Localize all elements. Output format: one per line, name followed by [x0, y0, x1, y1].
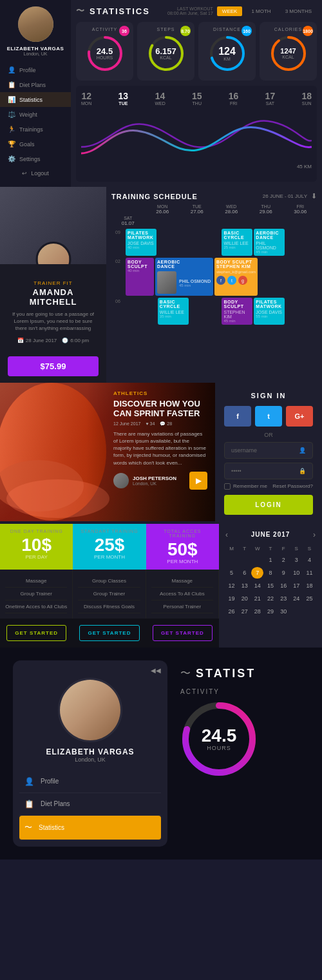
sidebar-item-weight[interactable]: ⚖️ Weight: [0, 107, 71, 122]
sidebar-item-diet[interactable]: 📋 Diet Plans: [0, 77, 71, 92]
plan-btn-row: GET STARTED GET STARTED GET STARTED: [0, 619, 219, 648]
article-next-button[interactable]: ▶: [189, 472, 207, 490]
mobile-preview-section: ◀◀ ELIZABETH VARGAS London, UK 👤 Profile…: [0, 648, 322, 860]
calendar-week-1: 1 2 3 4: [225, 554, 316, 566]
signin-title: SIGN IN: [224, 392, 313, 399]
twitter-signin-button[interactable]: t: [255, 406, 282, 427]
phone-menu-profile[interactable]: 👤 Profile: [19, 771, 161, 793]
activity-preview: ACTIVITY 24.5 HOURS: [180, 688, 309, 778]
class-aerobic-2[interactable]: AEROBICDANCE PHIL OSMOND 45 min: [155, 258, 213, 296]
phone-menu-stats[interactable]: 〜 Statistics: [19, 816, 161, 840]
chart-date-1: 13 TUE: [118, 91, 129, 106]
phone-menu-diet[interactable]: 📋 Diet Plans: [19, 793, 161, 816]
calendar-prev[interactable]: ‹: [225, 530, 228, 539]
sidebar-item-trainings[interactable]: 🏃 Trainings: [0, 122, 71, 137]
trainer-card: TRAINER FIT AMANDA MITCHELL If you are g…: [0, 187, 106, 383]
diet-icon: 📋: [8, 81, 15, 88]
signin-panel: SIGN IN f t G+ OR username 👤 ••••• 🔒 Rem…: [215, 383, 322, 524]
remember-checkbox[interactable]: [224, 483, 231, 490]
schedule-grid-06: 06 BASICCYRCLE WILLIE LEE 35 min BODYSCU…: [111, 298, 317, 325]
class-aerobic-1[interactable]: AEROBICDANCE PHIL OSMOND 45 min: [254, 229, 285, 256]
sidebar-item-statistics[interactable]: 📊 Statistics: [0, 92, 71, 107]
sched-dow-3: THU 29.06: [249, 204, 283, 215]
plan-col-standard: Group Classes Group Trainer Discuss Fitn…: [73, 570, 146, 619]
calories-badge: 1800: [303, 26, 313, 36]
class-body-sculpt-kim[interactable]: BODY SCULPTSTEPHEN KIM stephen_k@gmail.c…: [214, 258, 258, 296]
schedule-panel: TRAINING SCHEDULE 26 JUNE - 01 JULY ⬇ MO…: [106, 187, 322, 383]
username-input[interactable]: username 👤: [224, 442, 313, 459]
chart-distance-label: 45 KM: [81, 164, 312, 169]
trainer-photo: [0, 187, 106, 264]
download-icon[interactable]: ⬇: [311, 192, 317, 200]
clock-icon: 🕕: [62, 338, 68, 343]
plan-col-premium: Massage Access To All Clubs Personal Tra…: [146, 570, 219, 619]
calendar-today[interactable]: 7: [251, 567, 263, 579]
calendar-header: ‹ JUNE 2017 ›: [225, 530, 316, 539]
sidebar-item-goals[interactable]: 🏆 Goals: [0, 137, 71, 151]
empty-09-2: [190, 229, 221, 256]
sched-dow-4: FRI 30.06: [284, 204, 317, 215]
phone-header: ◀◀: [19, 667, 161, 674]
pricing-section: ONE DAY TRAINING 10$ PER DAY STANDART TR…: [0, 524, 322, 648]
plan-btn-standard[interactable]: GET STARTED: [73, 619, 146, 648]
schedule-grid-02: 02 BODYSCULPT 40 min AEROBICDANCE PHIL O…: [111, 258, 317, 296]
activity-badge: 36: [119, 26, 129, 36]
calendar-week-2: 5 6 7 8 9 10 11: [225, 567, 316, 579]
schedule-header: TRAINING SCHEDULE 26 JUNE - 01 JULY ⬇: [111, 192, 317, 200]
article-meta: 12 June 2017 ♥ 34 💬 28: [113, 421, 207, 427]
chart-date-2: 14 WED: [155, 91, 165, 106]
sidebar-item-settings[interactable]: ⚙️ Settings: [0, 151, 71, 166]
class-body-sculpt-3[interactable]: BODYSCULPT STEPHEN KIM 45 min: [222, 298, 252, 325]
facebook-signin-button[interactable]: f: [224, 406, 251, 427]
chart-date-4: 16 FRI: [229, 91, 239, 106]
logout-button[interactable]: ↩ Logout: [14, 166, 57, 180]
big-activity-circle: 24.5 HOURS: [180, 700, 258, 778]
last-workout-info: LAST WORKOUT 08:00 Am June, Sat 17: [167, 6, 213, 15]
tab-1month[interactable]: 1 MOTH: [246, 6, 276, 16]
article-content: ATHLETICS DISCOVER HOW YOU CAN SPRINT FA…: [106, 383, 215, 497]
password-input[interactable]: ••••• 🔒: [224, 463, 313, 479]
class-body-sculpt-1[interactable]: BODYSCULPT 40 min: [126, 258, 154, 296]
class-basic-cyrcle-2[interactable]: BASICCYRCLE WILLIE LEE 35 min: [158, 298, 189, 325]
plan-header-premium: TOTAL ACCES TRAINING 50$ PER MONTH: [146, 524, 219, 570]
stats-preview: 〜 STATIST ACTIVITY 24.5: [167, 660, 309, 847]
plan-btn-premium[interactable]: GET STARTED: [146, 619, 219, 648]
trainer-tag: TRAINER FIT: [8, 280, 99, 286]
article-author: JOSH PETERSON London, UK ▶: [113, 472, 207, 490]
metric-steps: STEPS 6.157 KCAL 8.70: [137, 22, 194, 81]
trainer-date: 📅 28 June 2017: [17, 338, 57, 343]
sched-dow-0: MON 26.06: [146, 204, 180, 215]
stats-preview-header: 〜 STATIST: [180, 667, 309, 680]
metric-distance: DISTANCE 124 KM 160: [198, 22, 256, 81]
remember-me-label[interactable]: Remember me: [224, 483, 267, 490]
tab-week[interactable]: WEEK: [217, 6, 243, 16]
profile-icon: 👤: [8, 66, 15, 73]
mobile-phone: ◀◀ ELIZABETH VARGAS London, UK 👤 Profile…: [13, 660, 167, 847]
google-signin-button[interactable]: G+: [286, 406, 313, 427]
trainer-price[interactable]: $75.99: [8, 356, 99, 376]
forgot-password-link[interactable]: Reset Password?: [272, 483, 313, 489]
login-button[interactable]: LOGIN: [224, 495, 313, 515]
sidebar-item-profile[interactable]: 👤 Profile: [0, 62, 71, 77]
chart-date-0: 12 MON: [81, 91, 91, 106]
class-pilates-2[interactable]: PILATESMATWORK JOSE DAVIS 55 min: [254, 298, 285, 325]
phone-avatar: [58, 678, 122, 742]
tab-3months[interactable]: 3 MONTHS: [280, 6, 317, 16]
activity-circle: 24.5 HOURS: [86, 34, 124, 73]
calendar-week-3: 12 13 14 15 16 17 18: [225, 580, 316, 591]
article-title: DISCOVER HOW YOU CAN SPRINT FASTER: [113, 399, 207, 419]
time-02: 02: [111, 258, 124, 296]
sidebar-menu: 👤 Profile 📋 Diet Plans 📊 Statistics ⚖️ W…: [0, 62, 71, 166]
article-likes: ♥ 34: [146, 421, 155, 427]
phone-diet-icon: 📋: [24, 800, 34, 809]
lock-icon: 🔒: [299, 468, 306, 474]
phone-stats-icon: 〜: [24, 822, 32, 833]
class-basic-cyrcle-1[interactable]: BASICCYRCLE WILLIE LEE 25 min: [222, 229, 252, 256]
class-pilates[interactable]: PILATESMATWORK JOSE DAVIS 40 min: [126, 229, 156, 256]
training-icon: 🏃: [8, 126, 15, 133]
metric-activity: ACTIVITY 24.5 HOURS 36: [76, 22, 133, 81]
calendar-next[interactable]: ›: [313, 530, 316, 539]
user-location: London, UK: [24, 52, 48, 56]
plan-btn-basic[interactable]: GET STARTED: [0, 619, 73, 648]
empty-06-0: [126, 298, 156, 325]
